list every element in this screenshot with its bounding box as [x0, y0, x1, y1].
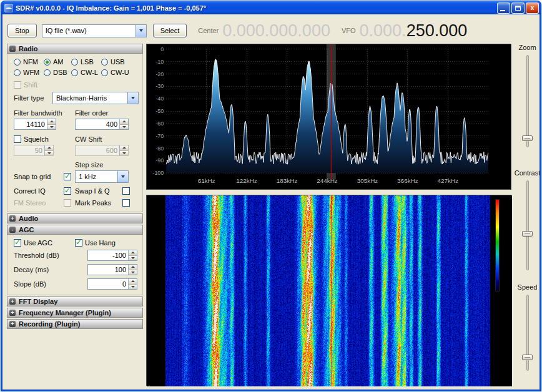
spin-up-button[interactable] [120, 145, 128, 151]
spin-up-button[interactable] [129, 265, 137, 270]
checkbox-icon [122, 187, 130, 195]
shift-checkbox[interactable]: Shift [14, 81, 37, 89]
slope-input[interactable]: 0 [87, 278, 137, 290]
panel-header-fft-display[interactable]: FFT Display [7, 296, 143, 306]
center-frequency-display[interactable]: 0.000.000.000 [222, 21, 330, 41]
panel-frequency-manager: Frequency Manager (Plugin) [7, 308, 143, 318]
chevron-down-icon[interactable] [117, 171, 128, 182]
squelch-checkbox[interactable]: Squelch [14, 135, 49, 143]
spectrum-panel: 0-10-20-30-40-50-60-70-80-90-10061kHz122… [146, 44, 511, 190]
spin-down-button[interactable] [129, 256, 137, 261]
spin-down-button[interactable] [120, 151, 128, 156]
spinner [119, 145, 128, 155]
source-select[interactable]: IQ file (*.wav) [42, 24, 147, 37]
squelch-input[interactable]: 50 [14, 145, 54, 156]
spin-up-button[interactable] [47, 119, 56, 125]
mode-am[interactable]: AM [44, 58, 71, 66]
mark-peaks-checkbox[interactable]: Mark Peaks [75, 199, 130, 207]
select-button[interactable]: Select [153, 24, 187, 37]
triangle-down-icon [131, 257, 135, 259]
titlebar[interactable]: SDR# v0.0.0.0 - IQ Imbalance: Gain = 1,0… [1, 1, 541, 14]
correct-iq-checkbox[interactable]: Correct IQ [14, 187, 71, 195]
spin-down-button[interactable] [47, 125, 56, 130]
radio-icon [44, 69, 51, 76]
spin-down-button[interactable] [129, 285, 137, 290]
mode-usb[interactable]: USB [101, 58, 136, 66]
spin-up-button[interactable] [120, 119, 128, 125]
db-axis-label: -60 [155, 120, 164, 127]
triangle-down-icon [122, 126, 126, 128]
filter-type-select[interactable]: Blackman-Harris [52, 92, 139, 104]
chevron-down-icon[interactable] [136, 25, 146, 37]
filter-order-input[interactable]: 400 [75, 119, 129, 130]
contrast-slider[interactable] [521, 180, 534, 270]
control-sidebar: Radio NFM AM LSB USB WFM DSB CW-L CW-U S… [7, 44, 143, 330]
toolbar: Stop IQ file (*.wav) Select Center 0.000… [7, 21, 536, 41]
minimize-button[interactable] [497, 2, 510, 14]
panel-header-agc[interactable]: AGC [7, 225, 143, 235]
spin-down-button[interactable] [45, 151, 53, 156]
fm-stereo-checkbox[interactable]: FM Stereo [14, 199, 71, 207]
checkbox-icon [14, 135, 21, 143]
spin-up-button[interactable] [45, 145, 53, 151]
maximize-button[interactable] [511, 2, 525, 14]
decay-input[interactable]: 100 [87, 264, 137, 275]
spin-down-button[interactable] [120, 125, 128, 130]
use-agc-checkbox[interactable]: Use AGC [14, 239, 52, 247]
panel-header-recording[interactable]: Recording (Plugin) [7, 319, 143, 329]
speed-slider-thumb[interactable] [522, 355, 533, 360]
spin-down-button[interactable] [129, 270, 137, 275]
spectrum-display[interactable]: 0-10-20-30-40-50-60-70-80-90-10061kHz122… [147, 44, 511, 189]
zoom-slider-thumb[interactable] [522, 135, 533, 141]
mode-lsb[interactable]: LSB [71, 58, 101, 66]
spin-up-button[interactable] [129, 279, 137, 285]
demodulation-mode-selector: NFM AM LSB USB WFM DSB CW-L CW-U [11, 56, 139, 78]
stop-button[interactable]: Stop [7, 24, 37, 37]
panel-agc: AGC Use AGC Use Hang Threshold (dB) [7, 225, 143, 295]
mode-dsb[interactable]: DSB [44, 69, 71, 76]
collapse-icon[interactable] [9, 46, 16, 52]
frequency-axis-label: 61kHz [198, 177, 215, 184]
close-icon: x [531, 5, 535, 11]
close-button[interactable]: x [526, 2, 539, 14]
swap-iq-checkbox[interactable]: Swap I & Q [75, 187, 130, 195]
filter-bandwidth-input[interactable]: 14110 [14, 119, 56, 130]
vfo-frequency-display[interactable]: 0.000.250.000 [360, 21, 468, 41]
step-size-select[interactable]: 1 kHz [75, 170, 129, 183]
panel-header-frequency-manager[interactable]: Frequency Manager (Plugin) [7, 308, 143, 318]
speed-slider[interactable] [521, 295, 534, 371]
use-hang-checkbox[interactable]: Use Hang [75, 239, 116, 247]
maximize-icon [515, 6, 521, 11]
filter-order-label: Filter order [75, 109, 139, 117]
mode-cwl[interactable]: CW-L [71, 69, 101, 76]
zoom-slider[interactable] [521, 55, 534, 147]
zoom-label: Zoom [513, 44, 540, 51]
panel-header-radio[interactable]: Radio [7, 44, 143, 54]
waterfall-display[interactable] [147, 195, 512, 386]
contrast-slider-thumb[interactable] [522, 231, 533, 237]
speed-label: Speed [513, 283, 540, 291]
mode-wfm[interactable]: WFM [14, 69, 44, 76]
mode-nfm[interactable]: NFM [14, 58, 44, 66]
cw-shift-input[interactable]: 600 [75, 145, 129, 156]
triangle-up-icon [122, 147, 126, 149]
expand-icon[interactable] [9, 215, 16, 222]
chevron-down-icon[interactable] [127, 92, 138, 104]
panel-header-audio[interactable]: Audio [7, 213, 143, 223]
collapse-icon[interactable] [9, 227, 16, 233]
snap-to-grid-checkbox[interactable]: Snap to grid [14, 173, 71, 180]
mode-cwu[interactable]: CW-U [101, 69, 136, 76]
expand-icon[interactable] [9, 321, 16, 327]
triangle-up-icon [47, 147, 51, 149]
checkbox-icon [75, 239, 82, 247]
expand-icon[interactable] [9, 298, 16, 305]
triangle-down-icon [122, 152, 126, 154]
frequency-axis-label: 427kHz [438, 177, 459, 184]
filter-type-label: Filter type [14, 94, 52, 102]
filter-bandwidth-label: Filter bandwidth [14, 109, 75, 117]
spin-up-button[interactable] [129, 250, 137, 256]
slider-track [526, 55, 529, 147]
expand-icon[interactable] [9, 310, 16, 316]
threshold-input[interactable]: -100 [87, 250, 137, 261]
panel-title-radio: Radio [19, 45, 38, 52]
